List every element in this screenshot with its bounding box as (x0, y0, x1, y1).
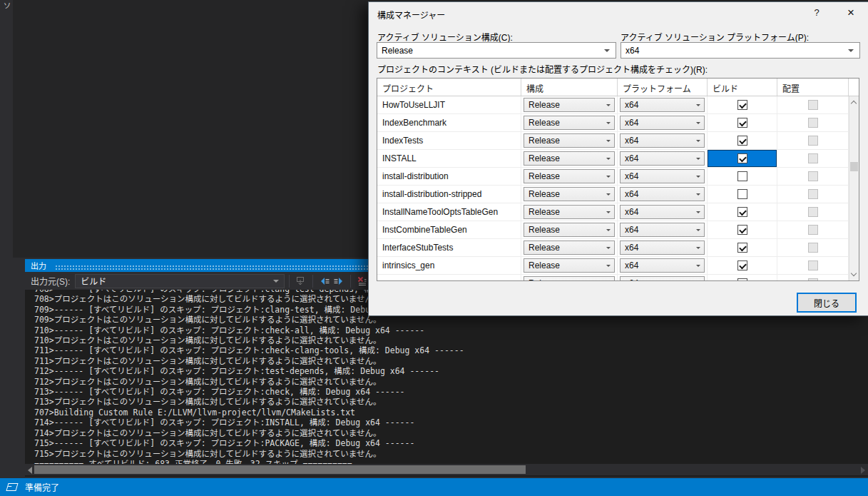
scroll-down-arrow-icon[interactable] (851, 270, 857, 276)
build-checkbox[interactable] (737, 136, 747, 146)
row-config-dropdown[interactable]: Release (524, 223, 615, 237)
build-checkbox[interactable] (737, 207, 747, 217)
table-row[interactable]: IndexTests Release x64 (377, 132, 859, 150)
previous-message-icon[interactable] (317, 274, 332, 288)
chevron-down-icon (696, 211, 700, 213)
platform-dropdown-value: x64 (625, 118, 638, 128)
table-row[interactable]: Release x64 (377, 275, 859, 281)
scroll-right-arrow-icon[interactable] (861, 467, 865, 474)
log-line: 715>------ [すべてリビルド] のスキップ: プロジェクト:PACKA… (34, 438, 868, 448)
build-checkbox[interactable] (737, 153, 747, 163)
help-button[interactable]: ? (809, 5, 824, 21)
table-row[interactable]: InstallNameToolOptsTableGen Release x64 (377, 203, 859, 221)
config-dropdown-value: Release (529, 260, 560, 270)
table-vertical-scrollbar[interactable] (849, 96, 859, 280)
build-checkbox[interactable] (737, 260, 747, 270)
deploy-checkbox (808, 278, 818, 281)
dialog-title: 構成マネージャー (377, 9, 445, 21)
scrollbar-thumb[interactable] (850, 162, 858, 171)
build-checkbox[interactable] (737, 278, 747, 281)
deploy-cell (777, 186, 849, 203)
row-platform-dropdown[interactable]: x64 (620, 205, 705, 219)
row-config-dropdown[interactable]: Release (524, 276, 615, 281)
config-dropdown-value: Release (529, 225, 560, 235)
chevron-down-icon (696, 140, 700, 142)
platform-dropdown-value: x64 (625, 153, 638, 163)
row-config-dropdown[interactable]: Release (524, 133, 615, 148)
project-name: install-distribution (382, 171, 449, 181)
project-context-table: プロジェクト 構成 プラットフォーム ビルド 配置 HowToUseLLJIT … (377, 78, 859, 281)
active-config-dropdown[interactable]: Release (377, 42, 616, 59)
configuration-manager-dialog: 構成マネージャー ? × アクティブ ソリューション構成(C): Release… (368, 1, 868, 316)
row-platform-dropdown[interactable]: x64 (620, 223, 705, 237)
column-header-config: 構成 (521, 79, 618, 96)
deploy-cell (777, 203, 849, 221)
next-message-icon[interactable] (332, 274, 346, 288)
deploy-checkbox (808, 225, 818, 235)
scrollbar-thumb[interactable] (34, 465, 526, 474)
config-dropdown-value: Release (529, 153, 560, 163)
project-name: install-distribution-stripped (382, 189, 481, 199)
chevron-down-icon (604, 49, 610, 52)
row-config-dropdown[interactable]: Release (524, 116, 615, 130)
row-platform-dropdown[interactable]: x64 (620, 151, 705, 166)
build-checkbox[interactable] (737, 171, 747, 181)
build-checkbox[interactable] (737, 100, 747, 110)
table-row[interactable]: install-distribution-stripped Release x6… (377, 186, 859, 203)
row-config-dropdown[interactable]: Release (524, 98, 615, 112)
log-line: 713>------ [すべてリビルド] のスキップ: プロジェクト:check… (34, 387, 868, 397)
config-dropdown-value: Release (529, 243, 560, 253)
deploy-cell (777, 257, 849, 274)
collapsed-tool-window-tab[interactable]: ソ (0, 0, 13, 23)
log-line: 710>------ [すべてリビルド] のスキップ: プロジェクト:check… (34, 325, 868, 335)
scroll-left-arrow-icon[interactable] (28, 467, 32, 474)
build-checkbox[interactable] (737, 225, 747, 235)
output-source-label: 出力元(S): (31, 275, 70, 287)
row-config-dropdown[interactable]: Release (524, 258, 615, 273)
row-platform-dropdown[interactable]: x64 (620, 116, 705, 130)
output-horizontal-scrollbar[interactable] (25, 464, 868, 475)
build-checkbox[interactable] (737, 118, 747, 128)
row-platform-dropdown[interactable]: x64 (620, 241, 705, 255)
active-config-value: Release (382, 46, 413, 56)
row-platform-dropdown[interactable]: x64 (620, 133, 705, 148)
deploy-checkbox (808, 171, 818, 181)
config-dropdown-value: Release (529, 189, 560, 199)
row-config-dropdown[interactable]: Release (524, 241, 615, 255)
chevron-down-icon (606, 140, 611, 142)
row-platform-dropdown[interactable]: x64 (620, 258, 705, 273)
close-icon[interactable]: × (841, 4, 861, 21)
output-source-dropdown[interactable]: ビルド (75, 274, 285, 288)
table-row[interactable]: IndexBenchmark Release x64 (377, 114, 859, 132)
row-platform-dropdown[interactable]: x64 (620, 187, 705, 201)
platform-dropdown-value: x64 (625, 278, 638, 281)
row-config-dropdown[interactable]: Release (524, 151, 615, 166)
table-row[interactable]: INSTALL Release x64 (377, 150, 859, 168)
active-platform-dropdown[interactable]: x64 (621, 42, 860, 59)
project-name: InterfaceStubTests (382, 243, 453, 253)
table-row[interactable]: intrinsics_gen Release x64 (377, 257, 859, 275)
log-line: 714>プロジェクトはこのソリューション構成に対してビルドするように選択されてい… (34, 428, 868, 438)
table-row[interactable]: install-distribution Release x64 (377, 168, 859, 186)
row-platform-dropdown[interactable]: x64 (620, 169, 705, 183)
build-checkbox[interactable] (737, 243, 747, 253)
chevron-down-icon (696, 158, 700, 160)
row-platform-dropdown[interactable]: x64 (620, 276, 705, 281)
table-row[interactable]: HowToUseLLJIT Release x64 (377, 96, 859, 114)
table-row[interactable]: InstCombineTableGen Release x64 (377, 221, 859, 239)
scroll-up-arrow-icon[interactable] (851, 101, 857, 106)
build-cell (708, 221, 777, 238)
deploy-cell (777, 150, 849, 167)
project-name: InstCombineTableGen (382, 225, 467, 235)
platform-dropdown-value: x64 (625, 171, 638, 181)
table-row[interactable]: InterfaceStubTests Release x64 (377, 239, 859, 257)
row-config-dropdown[interactable]: Release (524, 169, 615, 183)
build-cell (708, 150, 777, 167)
build-cell (708, 239, 777, 256)
row-config-dropdown[interactable]: Release (524, 205, 615, 219)
row-platform-dropdown[interactable]: x64 (620, 98, 705, 112)
close-button[interactable]: 閉じる (797, 293, 857, 313)
row-config-dropdown[interactable]: Release (524, 187, 615, 201)
deploy-cell (777, 275, 849, 281)
build-checkbox[interactable] (737, 189, 747, 199)
